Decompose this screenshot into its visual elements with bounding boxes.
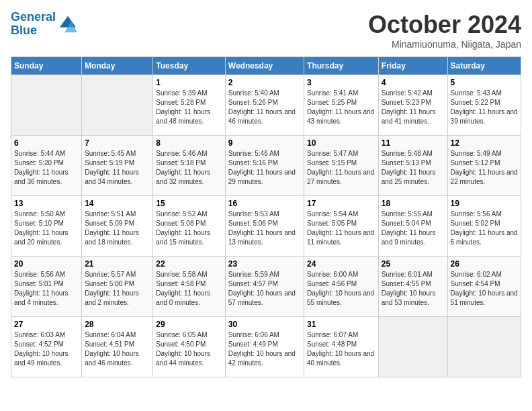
day-number: 1 [156, 78, 222, 87]
day-number: 22 [156, 259, 222, 269]
calendar-cell: 25Sunrise: 6:01 AMSunset: 4:55 PMDayligh… [378, 257, 447, 317]
calendar-cell: 3Sunrise: 5:41 AMSunset: 5:25 PMDaylight… [304, 75, 379, 136]
logo-icon [58, 15, 77, 34]
calendar-cell: 1Sunrise: 5:39 AMSunset: 5:28 PMDaylight… [153, 75, 225, 136]
day-detail: Sunrise: 6:00 AMSunset: 4:56 PMDaylight:… [307, 270, 375, 308]
day-detail: Sunrise: 5:52 AMSunset: 5:08 PMDaylight:… [156, 210, 222, 247]
day-number: 15 [156, 199, 222, 208]
day-detail: Sunrise: 5:51 AMSunset: 5:09 PMDaylight:… [85, 210, 150, 247]
day-number: 8 [156, 138, 222, 148]
day-number: 28 [85, 320, 150, 329]
logo: General Blue [11, 11, 77, 38]
logo-text: General Blue [11, 11, 56, 38]
calendar-cell: 14Sunrise: 5:51 AMSunset: 5:09 PMDayligh… [82, 196, 153, 257]
day-number: 11 [382, 138, 445, 148]
day-detail: Sunrise: 5:53 AMSunset: 5:06 PMDaylight:… [228, 210, 301, 247]
calendar-cell: 12Sunrise: 5:49 AMSunset: 5:12 PMDayligh… [447, 136, 521, 196]
calendar-cell [82, 75, 153, 136]
calendar-cell: 17Sunrise: 5:54 AMSunset: 5:05 PMDayligh… [304, 196, 379, 257]
day-detail: Sunrise: 5:45 AMSunset: 5:19 PMDaylight:… [85, 149, 150, 187]
day-number: 25 [382, 259, 445, 269]
day-number: 13 [14, 199, 79, 208]
weekday-header-saturday: Saturday [447, 57, 521, 75]
day-number: 2 [228, 78, 301, 87]
day-number: 24 [307, 259, 375, 269]
calendar-cell: 13Sunrise: 5:50 AMSunset: 5:10 PMDayligh… [11, 196, 82, 257]
day-number: 9 [228, 138, 301, 148]
calendar-cell: 21Sunrise: 5:57 AMSunset: 5:00 PMDayligh… [82, 257, 153, 317]
calendar-cell: 28Sunrise: 6:04 AMSunset: 4:51 PMDayligh… [82, 317, 153, 377]
calendar-week-4: 20Sunrise: 5:56 AMSunset: 5:01 PMDayligh… [11, 257, 521, 317]
day-number: 19 [451, 199, 518, 208]
day-detail: Sunrise: 6:05 AMSunset: 4:50 PMDaylight:… [156, 330, 222, 368]
calendar-cell: 29Sunrise: 6:05 AMSunset: 4:50 PMDayligh… [153, 317, 225, 377]
calendar-cell: 30Sunrise: 6:06 AMSunset: 4:49 PMDayligh… [225, 317, 304, 377]
calendar-cell: 24Sunrise: 6:00 AMSunset: 4:56 PMDayligh… [304, 257, 379, 317]
day-detail: Sunrise: 5:42 AMSunset: 5:23 PMDaylight:… [382, 89, 445, 126]
calendar-cell: 19Sunrise: 5:56 AMSunset: 5:02 PMDayligh… [447, 196, 521, 257]
calendar-cell: 23Sunrise: 5:59 AMSunset: 4:57 PMDayligh… [225, 257, 304, 317]
day-detail: Sunrise: 6:04 AMSunset: 4:51 PMDaylight:… [85, 330, 150, 368]
day-detail: Sunrise: 5:57 AMSunset: 5:00 PMDaylight:… [85, 270, 150, 308]
calendar-cell: 27Sunrise: 6:03 AMSunset: 4:52 PMDayligh… [11, 317, 82, 377]
calendar-cell: 5Sunrise: 5:43 AMSunset: 5:22 PMDaylight… [447, 75, 521, 136]
day-detail: Sunrise: 5:46 AMSunset: 5:18 PMDaylight:… [156, 149, 222, 187]
page-header: General Blue October 2024 Minamiuonuma, … [11, 11, 521, 50]
weekday-header-thursday: Thursday [304, 57, 379, 75]
day-detail: Sunrise: 5:46 AMSunset: 5:16 PMDaylight:… [228, 149, 301, 187]
day-number: 18 [382, 199, 445, 208]
weekday-header-monday: Monday [82, 57, 153, 75]
day-detail: Sunrise: 5:48 AMSunset: 5:13 PMDaylight:… [382, 149, 445, 187]
day-detail: Sunrise: 5:50 AMSunset: 5:10 PMDaylight:… [14, 210, 79, 247]
day-number: 10 [307, 138, 375, 148]
day-number: 6 [14, 138, 79, 148]
calendar-cell: 6Sunrise: 5:44 AMSunset: 5:20 PMDaylight… [11, 136, 82, 196]
calendar-cell: 20Sunrise: 5:56 AMSunset: 5:01 PMDayligh… [11, 257, 82, 317]
day-detail: Sunrise: 5:49 AMSunset: 5:12 PMDaylight:… [451, 149, 518, 187]
weekday-header-tuesday: Tuesday [153, 57, 225, 75]
calendar-cell: 11Sunrise: 5:48 AMSunset: 5:13 PMDayligh… [378, 136, 447, 196]
day-detail: Sunrise: 5:56 AMSunset: 5:02 PMDaylight:… [451, 210, 518, 247]
day-detail: Sunrise: 5:47 AMSunset: 5:15 PMDaylight:… [307, 149, 375, 187]
weekday-header-row: SundayMondayTuesdayWednesdayThursdayFrid… [11, 57, 521, 75]
calendar-cell: 8Sunrise: 5:46 AMSunset: 5:18 PMDaylight… [153, 136, 225, 196]
day-number: 31 [307, 320, 375, 329]
calendar-cell [378, 317, 447, 377]
weekday-header-sunday: Sunday [11, 57, 82, 75]
day-number: 30 [228, 320, 301, 329]
day-detail: Sunrise: 5:55 AMSunset: 5:04 PMDaylight:… [382, 210, 445, 247]
day-number: 26 [451, 259, 518, 269]
calendar-table: SundayMondayTuesdayWednesdayThursdayFrid… [11, 56, 521, 377]
day-detail: Sunrise: 6:01 AMSunset: 4:55 PMDaylight:… [382, 270, 445, 308]
calendar-week-3: 13Sunrise: 5:50 AMSunset: 5:10 PMDayligh… [11, 196, 521, 257]
day-detail: Sunrise: 6:02 AMSunset: 4:54 PMDaylight:… [451, 270, 518, 308]
calendar-week-2: 6Sunrise: 5:44 AMSunset: 5:20 PMDaylight… [11, 136, 521, 196]
day-detail: Sunrise: 5:43 AMSunset: 5:22 PMDaylight:… [451, 89, 518, 126]
day-detail: Sunrise: 5:56 AMSunset: 5:01 PMDaylight:… [14, 270, 79, 308]
day-number: 23 [228, 259, 301, 269]
calendar-cell [447, 317, 521, 377]
day-detail: Sunrise: 6:03 AMSunset: 4:52 PMDaylight:… [14, 330, 79, 368]
day-detail: Sunrise: 5:41 AMSunset: 5:25 PMDaylight:… [307, 89, 375, 126]
calendar-cell: 7Sunrise: 5:45 AMSunset: 5:19 PMDaylight… [82, 136, 153, 196]
calendar-cell: 22Sunrise: 5:58 AMSunset: 4:58 PMDayligh… [153, 257, 225, 317]
calendar-cell: 9Sunrise: 5:46 AMSunset: 5:16 PMDaylight… [225, 136, 304, 196]
day-number: 27 [14, 320, 79, 329]
day-number: 17 [307, 199, 375, 208]
day-detail: Sunrise: 5:44 AMSunset: 5:20 PMDaylight:… [14, 149, 79, 187]
day-number: 16 [228, 199, 301, 208]
day-detail: Sunrise: 5:58 AMSunset: 4:58 PMDaylight:… [156, 270, 222, 308]
calendar-cell: 15Sunrise: 5:52 AMSunset: 5:08 PMDayligh… [153, 196, 225, 257]
calendar-cell: 31Sunrise: 6:07 AMSunset: 4:48 PMDayligh… [304, 317, 379, 377]
day-detail: Sunrise: 6:06 AMSunset: 4:49 PMDaylight:… [228, 330, 301, 368]
calendar-cell [11, 75, 82, 136]
calendar-cell: 18Sunrise: 5:55 AMSunset: 5:04 PMDayligh… [378, 196, 447, 257]
day-number: 7 [85, 138, 150, 148]
day-number: 20 [14, 259, 79, 269]
day-detail: Sunrise: 5:39 AMSunset: 5:28 PMDaylight:… [156, 89, 222, 126]
day-number: 5 [451, 78, 518, 87]
day-detail: Sunrise: 5:59 AMSunset: 4:57 PMDaylight:… [228, 270, 301, 308]
day-number: 12 [451, 138, 518, 148]
day-number: 29 [156, 320, 222, 329]
day-detail: Sunrise: 5:54 AMSunset: 5:05 PMDaylight:… [307, 210, 375, 247]
